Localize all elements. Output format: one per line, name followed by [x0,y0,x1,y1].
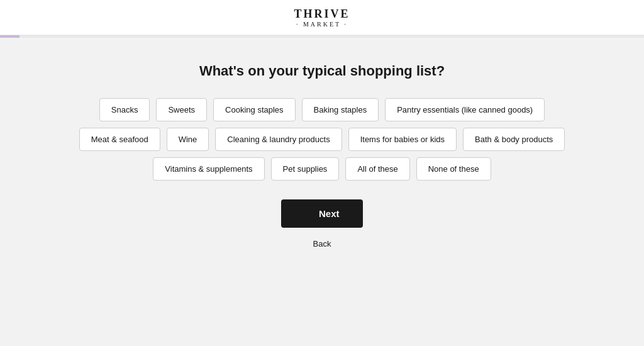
option-items-babies-kids[interactable]: Items for babies or kids [348,128,457,151]
question-title: What's on your typical shopping list? [199,63,445,79]
logo-market: · MARKET · [296,21,348,28]
options-row-2: Meat & seafoodWineCleaning & laundry pro… [79,128,565,151]
logo: THRIVE · MARKET · [294,8,350,28]
logo-thrive: THRIVE [294,8,350,21]
next-button[interactable]: Next [281,199,363,228]
option-none-of-these[interactable]: None of these [416,157,491,181]
option-pantry-essentials[interactable]: Pantry essentials (like canned goods) [385,98,545,121]
action-container: Next Back [281,199,363,248]
options-row-3: Vitamins & supplementsPet suppliesAll of… [153,157,491,181]
options-row-1: SnacksSweetsCooking staplesBaking staple… [99,98,545,121]
option-sweets[interactable]: Sweets [156,98,207,121]
progress-bar-container [0,35,644,38]
main-content: What's on your typical shopping list? Sn… [0,38,644,248]
option-pet-supplies[interactable]: Pet supplies [271,157,340,181]
option-wine[interactable]: Wine [167,128,209,151]
back-link[interactable]: Back [313,239,331,248]
option-all-of-these[interactable]: All of these [345,157,409,181]
options-container: SnacksSweetsCooking staplesBaking staple… [79,98,565,181]
option-cooking-staples[interactable]: Cooking staples [213,98,296,121]
option-snacks[interactable]: Snacks [99,98,150,121]
option-bath-body[interactable]: Bath & body products [463,128,565,151]
option-cleaning-laundry[interactable]: Cleaning & laundry products [215,128,341,151]
option-vitamins-supplements[interactable]: Vitamins & supplements [153,157,264,181]
progress-bar-fill [0,35,19,38]
page-header: THRIVE · MARKET · [0,0,644,35]
option-meat-seafood[interactable]: Meat & seafood [79,128,160,151]
option-baking-staples[interactable]: Baking staples [302,98,379,121]
